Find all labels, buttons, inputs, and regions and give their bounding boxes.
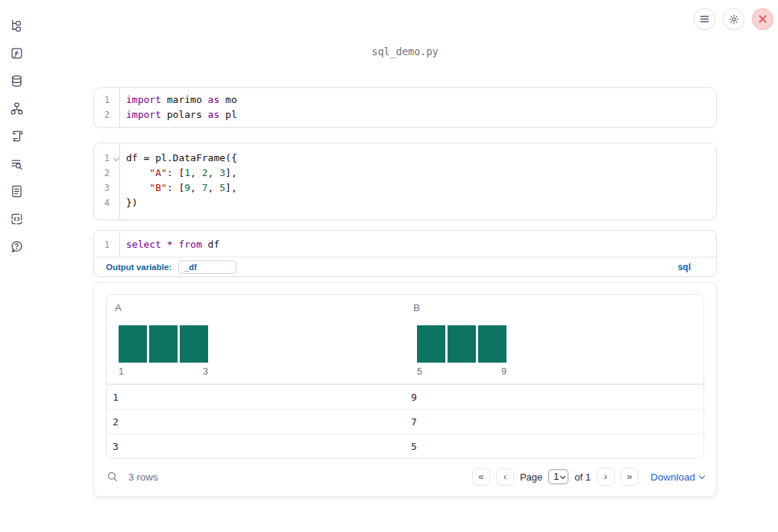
keyword-token: from [178, 239, 201, 250]
code-token: , [190, 182, 202, 193]
column-header-a[interactable]: A 1 3 [107, 295, 405, 384]
string-token: "B" [149, 182, 166, 193]
column-name: B [413, 302, 703, 313]
next-page-button[interactable]: › [597, 468, 615, 486]
notebook-filename: sql_demo.py [93, 46, 717, 57]
fold-chevron-icon[interactable] [113, 155, 119, 161]
table-row[interactable]: 3 5 [107, 434, 703, 458]
line-number-gutter: 1 2 [94, 88, 120, 127]
code-line: }) [126, 195, 716, 210]
download-label: Download [650, 472, 695, 483]
prev-page-button[interactable]: ‹ [496, 468, 514, 486]
row-count: 3 rows [128, 472, 158, 483]
cell-value: 5 [405, 441, 703, 452]
cell-value: 9 [405, 392, 703, 403]
left-sidebar [0, 0, 33, 532]
axis-max-label: 3 [203, 366, 208, 377]
output-variable-input[interactable] [178, 260, 236, 274]
code-line: import marimo as mo [126, 93, 716, 107]
code-token: ], [225, 182, 237, 193]
code-token [161, 239, 167, 250]
line-number: 1 [94, 151, 119, 166]
page-number-select[interactable]: 1 [548, 469, 568, 484]
code-token: , [190, 167, 202, 178]
code-editor[interactable]: import marimo as mo import polars as pl [120, 88, 716, 127]
help-icon[interactable] [9, 239, 24, 254]
download-button[interactable]: Download [650, 472, 704, 483]
code-line: "A": [1, 2, 3], [126, 166, 716, 181]
chevron-down-icon [560, 473, 565, 478]
window-controls [694, 8, 774, 30]
code-cell-imports[interactable]: 1 2 import marimo as mo import polars as… [93, 87, 717, 128]
keyword-token: import [126, 94, 161, 105]
keyword-token: import [126, 109, 161, 120]
code-token: }) [126, 197, 138, 208]
number-token: 9 [184, 182, 190, 193]
gear-icon [728, 13, 740, 25]
code-token: : [ [167, 167, 184, 178]
code-token [126, 167, 149, 178]
axis-min-label: 5 [417, 366, 422, 377]
number-token: 5 [219, 182, 225, 193]
document-icon[interactable] [9, 184, 24, 198]
cell-value: 2 [107, 416, 405, 428]
sql-cell[interactable]: 1 select * from df Output variable: sql [93, 230, 717, 277]
code-token: mo [219, 94, 236, 105]
settings-button[interactable] [723, 8, 744, 30]
shutdown-button[interactable] [752, 8, 774, 30]
chevron-down-icon [699, 472, 705, 478]
histogram-bars [417, 325, 703, 363]
cell-value: 1 [107, 392, 405, 403]
database-icon[interactable] [9, 73, 24, 88]
operator-token: * [167, 239, 173, 250]
snippets-icon[interactable] [9, 211, 24, 226]
column-name: A [115, 302, 405, 313]
column-header-b[interactable]: B 5 9 [405, 295, 703, 384]
keyword-token: select [126, 239, 161, 250]
number-token: 1 [184, 167, 190, 178]
menu-button[interactable] [694, 8, 715, 30]
line-number: 1 [94, 237, 119, 252]
last-page-button[interactable]: » [621, 468, 639, 486]
cell-output-panel: A 1 3 B 5 9 [93, 282, 717, 497]
table-row[interactable]: 2 7 [107, 409, 703, 434]
code-line: "B": [9, 7, 5], [126, 181, 716, 195]
code-token: , [208, 182, 220, 193]
code-line: df = pl.DataFrame({ [126, 151, 716, 166]
code-token: , [208, 167, 220, 178]
line-number: 2 [94, 166, 119, 181]
code-token: : [ [167, 182, 184, 193]
column-a-histogram: 1 3 [119, 325, 405, 377]
table-row[interactable]: 1 9 [107, 384, 703, 409]
file-tree-icon[interactable] [9, 18, 24, 33]
histogram-axis: 5 9 [417, 366, 506, 377]
sql-editor[interactable]: select * from df [120, 233, 716, 257]
pagination: « ‹ Page 1 of 1 › » Download [472, 468, 704, 486]
code-token: marimo [161, 94, 208, 105]
page-of-label: of 1 [574, 472, 591, 483]
dependency-graph-icon[interactable] [9, 101, 24, 116]
line-number-gutter: 1 [94, 233, 120, 257]
number-token: 7 [202, 182, 208, 193]
search-button[interactable] [106, 470, 119, 484]
axis-min-label: 1 [119, 366, 124, 377]
table-footer: 3 rows « ‹ Page 1 of 1 › » Download [106, 466, 704, 488]
number-token: 3 [219, 167, 225, 178]
first-page-button[interactable]: « [472, 468, 490, 486]
function-icon[interactable] [9, 46, 24, 60]
code-token: df = pl.DataFrame({ [126, 152, 237, 163]
cell-value: 3 [107, 441, 405, 452]
scroll-icon[interactable] [9, 128, 24, 143]
search-icon [107, 471, 119, 483]
language-badge: sql [678, 262, 691, 272]
line-number: 4 [94, 195, 119, 210]
code-cell-dataframe[interactable]: 1 2 3 4 df = pl.DataFrame({ "A": [1, 2, … [93, 143, 717, 220]
code-token: ], [225, 167, 237, 178]
code-editor[interactable]: df = pl.DataFrame({ "A": [1, 2, 3], "B":… [120, 143, 716, 219]
line-number: 2 [94, 107, 119, 122]
histogram-bars [119, 325, 405, 363]
table-header: A 1 3 B 5 9 [107, 295, 703, 384]
search-list-icon[interactable] [9, 156, 24, 171]
page-label: Page [520, 472, 542, 483]
cell-value: 7 [405, 416, 703, 428]
